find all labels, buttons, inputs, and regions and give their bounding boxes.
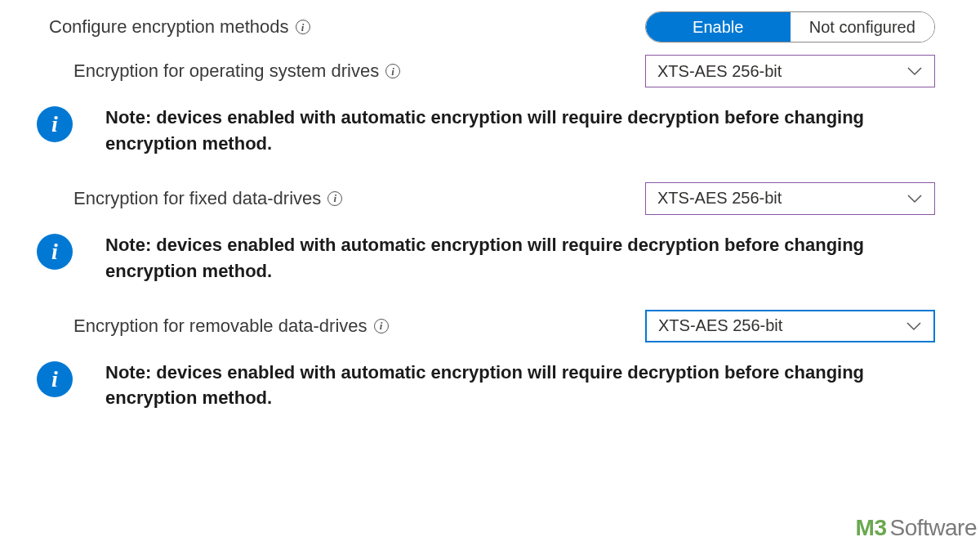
note-row-removable: i Note: devices enabled with automatic e… xyxy=(0,360,980,412)
watermark-brand: M3 xyxy=(856,515,887,540)
watermark-word: Software xyxy=(890,515,978,540)
note-text-removable: Note: devices enabled with automatic enc… xyxy=(105,360,889,412)
info-icon[interactable]: i xyxy=(327,191,342,206)
fixed-drives-label-group: Encryption for fixed data-drives i xyxy=(74,188,342,209)
fixed-drives-value: XTS-AES 256-bit xyxy=(657,189,782,208)
info-note-icon: i xyxy=(37,106,73,142)
configure-label-group: Configure encryption methods i xyxy=(49,16,310,38)
toggle-enable[interactable]: Enable xyxy=(646,12,791,42)
removable-drives-label: Encryption for removable data-drives xyxy=(74,316,368,337)
info-note-icon: i xyxy=(37,234,73,270)
os-drives-label-group: Encryption for operating system drives i xyxy=(74,60,400,82)
removable-drives-dropdown[interactable]: XTS-AES 256-bit xyxy=(645,310,935,342)
chevron-down-icon xyxy=(906,65,923,78)
configure-encryption-methods-row: Configure encryption methods i Enable No… xyxy=(0,16,980,38)
fixed-drives-row: Encryption for fixed data-drives i XTS-A… xyxy=(0,188,980,209)
fixed-drives-label: Encryption for fixed data-drives xyxy=(74,188,321,209)
info-icon[interactable]: i xyxy=(296,20,310,34)
removable-drives-value: XTS-AES 256-bit xyxy=(658,316,782,335)
fixed-drives-dropdown[interactable]: XTS-AES 256-bit xyxy=(645,182,935,215)
toggle-not-configured[interactable]: Not configured xyxy=(791,12,935,42)
chevron-down-icon xyxy=(906,192,923,205)
os-drives-value: XTS-AES 256-bit xyxy=(657,62,782,81)
chevron-down-icon xyxy=(906,320,922,333)
configure-label: Configure encryption methods xyxy=(49,16,289,38)
note-row-os: i Note: devices enabled with automatic e… xyxy=(0,105,980,157)
configure-toggle[interactable]: Enable Not configured xyxy=(645,11,935,43)
note-text-fixed: Note: devices enabled with automatic enc… xyxy=(105,232,889,284)
os-drives-label: Encryption for operating system drives xyxy=(74,60,379,82)
info-icon[interactable]: i xyxy=(385,64,400,78)
info-note-icon: i xyxy=(37,361,73,397)
note-text-os: Note: devices enabled with automatic enc… xyxy=(105,105,889,157)
os-drives-dropdown[interactable]: XTS-AES 256-bit xyxy=(645,55,935,87)
removable-drives-row: Encryption for removable data-drives i X… xyxy=(0,316,980,337)
note-row-fixed: i Note: devices enabled with automatic e… xyxy=(0,232,980,284)
os-drives-row: Encryption for operating system drives i… xyxy=(0,60,980,82)
watermark: M3Software xyxy=(856,515,977,541)
removable-drives-label-group: Encryption for removable data-drives i xyxy=(74,316,389,337)
info-icon[interactable]: i xyxy=(374,319,389,333)
